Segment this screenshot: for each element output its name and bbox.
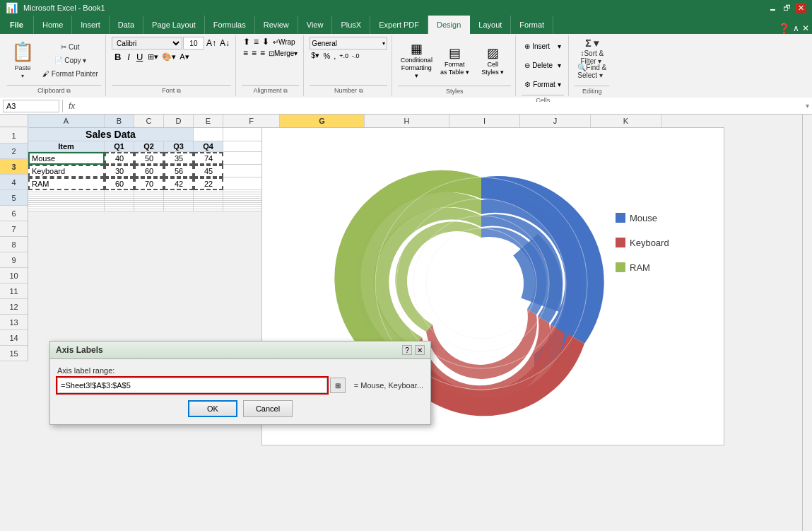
row-num-10[interactable]: 10 — [0, 268, 28, 284]
cell-D5[interactable]: 42 — [164, 177, 194, 190]
formula-input[interactable] — [81, 102, 803, 110]
tab-formulas[interactable]: Formulas — [205, 16, 255, 34]
cell-E3[interactable]: 74 — [194, 152, 223, 165]
col-header-H[interactable]: H — [365, 115, 449, 127]
format-dropdown[interactable]: ▾ — [558, 81, 561, 88]
col-header-G[interactable]: G — [280, 115, 365, 127]
row-num-5[interactable]: 5 — [0, 190, 28, 206]
font-color-button[interactable]: A▾ — [178, 52, 190, 62]
decrease-decimal-button[interactable]: -.0 — [351, 52, 361, 59]
cell-B2[interactable]: Q1 — [105, 141, 134, 152]
format-cells-button[interactable]: ⚙ Format ▾ — [522, 75, 564, 93]
row-num-1[interactable]: 1 — [0, 128, 28, 144]
bold-button[interactable]: B — [112, 51, 124, 63]
col-header-E[interactable]: E — [194, 115, 223, 127]
cell-D2[interactable]: Q3 — [164, 141, 194, 152]
col-header-J[interactable]: J — [520, 115, 591, 127]
format-as-table-button[interactable]: ▤ Formatas Table ▾ — [436, 41, 473, 81]
tab-plusx[interactable]: PlusX — [332, 16, 370, 34]
cut-button[interactable]: ✂ Cut — [40, 40, 101, 53]
cell-A1[interactable]: Sales Data — [28, 128, 194, 141]
col-header-C[interactable]: C — [134, 115, 164, 127]
format-painter-button[interactable]: 🖌 Format Painter — [40, 67, 101, 80]
row-num-2[interactable]: 2 — [0, 144, 28, 159]
cell-C5[interactable]: 70 — [134, 177, 164, 190]
close-button[interactable]: ✕ — [795, 3, 806, 13]
minimize-ribbon-icon[interactable]: ∧ — [793, 23, 799, 33]
align-center-button[interactable]: ≡ — [250, 48, 258, 58]
font-size-input[interactable] — [183, 37, 204, 49]
tab-data[interactable]: Data — [110, 16, 143, 34]
cell-A3[interactable]: Mouse — [28, 152, 105, 165]
col-header-B[interactable]: B — [105, 115, 134, 127]
tab-insert[interactable]: Insert — [72, 16, 110, 34]
align-right-button[interactable]: ≡ — [259, 48, 266, 58]
row-num-11[interactable]: 11 — [0, 284, 28, 299]
minimize-button[interactable]: 🗕 — [767, 3, 778, 13]
row-num-9[interactable]: 9 — [0, 252, 28, 268]
italic-button[interactable]: I — [124, 51, 133, 63]
cell-styles-button[interactable]: ▨ CellStyles ▾ — [474, 41, 511, 81]
align-middle-button[interactable]: ≡ — [252, 37, 260, 47]
percent-button[interactable]: % — [322, 52, 331, 60]
cell-C4[interactable]: 60 — [134, 165, 164, 177]
col-header-A[interactable]: A — [28, 115, 105, 127]
insert-dropdown[interactable]: ▾ — [558, 42, 561, 50]
row-num-7[interactable]: 7 — [0, 221, 28, 237]
name-box[interactable] — [3, 100, 59, 112]
row-num-6[interactable]: 6 — [0, 206, 28, 221]
restore-button[interactable]: 🗗 — [781, 3, 792, 13]
dialog-ok-button[interactable]: OK — [188, 400, 237, 417]
cell-B5[interactable]: 60 — [105, 177, 134, 190]
row-num-13[interactable]: 13 — [0, 315, 28, 330]
merge-button[interactable]: ⊡Merge▾ — [267, 49, 299, 57]
help-icon[interactable]: ❓ — [778, 23, 790, 34]
row-num-8[interactable]: 8 — [0, 237, 28, 252]
cell-C3[interactable]: 50 — [134, 152, 164, 165]
dialog-cancel-button[interactable]: Cancel — [243, 400, 293, 417]
align-bottom-button[interactable]: ⬇ — [261, 37, 271, 47]
tab-layout[interactable]: Layout — [470, 16, 511, 34]
vertical-scrollbar[interactable] — [802, 115, 812, 531]
font-name-select[interactable]: Calibri — [112, 37, 182, 49]
paste-dropdown[interactable]: ▾ — [21, 73, 24, 79]
find-select-button[interactable]: 🔍Find &Select ▾ — [575, 65, 609, 78]
title-bar-controls[interactable]: 🗕 🗗 ✕ — [767, 3, 806, 13]
row-num-12[interactable]: 12 — [0, 299, 28, 315]
tab-view[interactable]: View — [298, 16, 333, 34]
col-header-D[interactable]: D — [164, 115, 194, 127]
cell-C2[interactable]: Q2 — [134, 141, 164, 152]
wrap-text-button[interactable]: ↵Wrap — [271, 38, 297, 46]
sort-filter-button[interactable]: ↕Sort &Filter ▾ — [577, 51, 606, 64]
dialog-close-button[interactable]: ✕ — [415, 345, 425, 355]
tab-design[interactable]: Design — [428, 16, 470, 34]
delete-dropdown[interactable]: ▾ — [558, 62, 561, 69]
alignment-expand[interactable]: ⧉ — [283, 88, 288, 94]
cell-D4[interactable]: 56 — [164, 165, 194, 177]
cell-D3[interactable]: 35 — [164, 152, 194, 165]
col-header-I[interactable]: I — [449, 115, 520, 127]
copy-button[interactable]: 📄 Copy ▾ — [40, 54, 101, 66]
cell-E5[interactable]: 22 — [194, 177, 223, 190]
delete-cells-button[interactable]: ⊖ Delete ▾ — [522, 56, 564, 74]
tab-home[interactable]: Home — [34, 16, 72, 34]
dialog-range-picker-button[interactable]: ⊞ — [330, 378, 346, 393]
comma-button[interactable]: , — [332, 52, 337, 60]
border-button[interactable]: ⊞▾ — [146, 52, 160, 62]
tab-format[interactable]: Format — [511, 16, 553, 34]
cell-B4[interactable]: 30 — [105, 165, 134, 177]
underline-button[interactable]: U — [134, 51, 146, 63]
fill-color-button[interactable]: 🎨▾ — [160, 52, 177, 62]
dialog-help-button[interactable]: ? — [402, 345, 412, 355]
row-num-15[interactable]: 15 — [0, 346, 28, 361]
tab-file[interactable]: File — [0, 16, 34, 34]
close-window-icon[interactable]: ✕ — [802, 23, 809, 33]
cell-E1[interactable] — [194, 128, 223, 141]
tab-review[interactable]: Review — [255, 16, 298, 34]
tab-page-layout[interactable]: Page Layout — [143, 16, 205, 34]
col-header-F[interactable]: F — [223, 115, 280, 127]
currency-button[interactable]: $▾ — [310, 51, 321, 60]
font-size-increase[interactable]: A↑ — [205, 38, 218, 48]
number-format-select[interactable]: General ▾ — [310, 37, 387, 49]
increase-decimal-button[interactable]: +.0 — [338, 52, 350, 59]
